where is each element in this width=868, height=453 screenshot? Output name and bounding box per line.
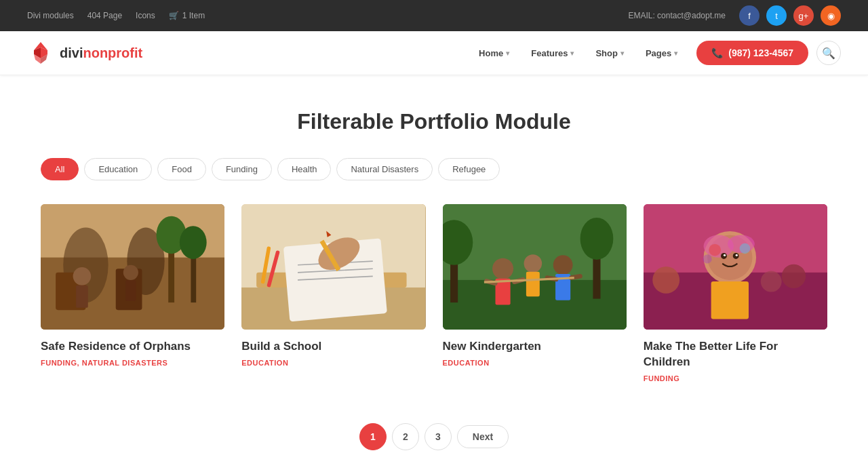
svg-point-55 <box>735 254 737 256</box>
children-image <box>644 204 827 330</box>
svg-point-31 <box>580 218 613 260</box>
nav-shop[interactable]: Shop ▾ <box>586 43 633 64</box>
svg-point-57 <box>709 244 721 256</box>
orphans-image <box>41 204 224 330</box>
cart-icon: 🛒 <box>169 11 179 20</box>
chevron-down-icon: ▾ <box>674 50 677 57</box>
logo-svg-icon <box>27 39 54 66</box>
school-image <box>241 204 425 330</box>
pagination: 1 2 3 Next <box>41 410 827 453</box>
navbar: divinonprofit Home ▾ Features ▾ Shop ▾ P… <box>0 31 868 75</box>
svg-point-6 <box>73 267 92 285</box>
chevron-down-icon: ▾ <box>570 50 574 57</box>
logo[interactable]: divinonprofit <box>27 39 142 66</box>
chevron-down-icon: ▾ <box>620 50 624 57</box>
svg-point-58 <box>739 243 750 254</box>
nav-features[interactable]: Features ▾ <box>521 43 583 64</box>
next-button[interactable]: Next <box>457 425 509 448</box>
portfolio-grid: Safe Residence of Orphans FUNDING, NATUR… <box>41 204 827 382</box>
portfolio-card-title-1: Safe Residence of Orphans <box>41 339 224 355</box>
portfolio-card-cats-2: EDUCATION <box>241 359 425 367</box>
nav-home[interactable]: Home ▾ <box>469 43 519 64</box>
svg-point-59 <box>703 254 711 263</box>
svg-point-32 <box>492 258 513 279</box>
page-button-2[interactable]: 2 <box>392 423 419 450</box>
svg-point-46 <box>781 264 805 288</box>
topbar-link-icons[interactable]: Icons <box>136 11 155 20</box>
svg-rect-9 <box>125 280 136 301</box>
topbar-links: Divi modules 404 Page Icons 🛒 1 Item <box>27 11 205 20</box>
portfolio-card-3[interactable]: New Kindergarten EDUCATION <box>443 204 627 382</box>
phone-icon: 📞 <box>711 47 723 58</box>
portfolio-card-image-1 <box>41 204 224 330</box>
svg-rect-41 <box>526 272 539 297</box>
filter-tabs: All Education Food Funding Health Natura… <box>41 158 827 180</box>
googleplus-icon[interactable]: g+ <box>793 5 814 26</box>
filter-tab-funding[interactable]: Funding <box>212 158 272 180</box>
portfolio-card-image-3 <box>443 204 627 330</box>
svg-point-45 <box>652 267 679 294</box>
portfolio-card-cats-3: EDUCATION <box>443 359 627 367</box>
cart-count: 1 Item <box>182 11 205 20</box>
chevron-down-icon: ▾ <box>506 50 509 57</box>
filter-tab-natural-disasters[interactable]: Natural Disasters <box>336 158 433 180</box>
nav-pages[interactable]: Pages ▾ <box>636 43 687 64</box>
topbar: Divi modules 404 Page Icons 🛒 1 Item EMA… <box>0 0 868 31</box>
phone-button[interactable]: 📞 (987) 123-4567 <box>696 41 808 65</box>
svg-point-40 <box>524 254 542 273</box>
filter-tab-food[interactable]: Food <box>157 158 206 180</box>
filter-tab-all[interactable]: All <box>41 158 79 180</box>
twitter-icon[interactable]: t <box>766 5 787 26</box>
svg-point-54 <box>724 254 726 256</box>
portfolio-card-cats-1: FUNDING, NATURAL DISASTERS <box>41 359 224 367</box>
portfolio-card-1[interactable]: Safe Residence of Orphans FUNDING, NATUR… <box>41 204 224 382</box>
portfolio-card-title-3: New Kindergarten <box>443 339 627 355</box>
search-icon: 🔍 <box>822 47 835 60</box>
svg-point-36 <box>553 255 572 275</box>
page-button-1[interactable]: 1 <box>359 423 387 450</box>
svg-point-8 <box>123 265 138 280</box>
svg-point-13 <box>180 226 207 259</box>
facebook-icon[interactable]: f <box>739 5 760 26</box>
topbar-email: EMAIL: contact@adopt.me <box>628 11 726 20</box>
main-content: Filterable Portfolio Module All Educatio… <box>0 75 868 453</box>
portfolio-card-title-2: Build a School <box>241 339 425 355</box>
portfolio-card-2[interactable]: Build a School EDUCATION <box>241 204 425 382</box>
topbar-email-link[interactable]: contact@adopt.me <box>657 11 726 20</box>
topbar-right: EMAIL: contact@adopt.me f t g+ ◉ <box>628 5 841 26</box>
portfolio-card-title-4: Make The Better Life For Children <box>644 339 827 370</box>
search-button[interactable]: 🔍 <box>816 41 841 65</box>
svg-rect-7 <box>76 285 88 308</box>
kindergarten-image <box>443 204 627 330</box>
page-title: Filterable Portfolio Module <box>41 109 827 134</box>
filter-tab-refugee[interactable]: Refugee <box>438 158 500 180</box>
logo-text: divinonprofit <box>60 45 142 61</box>
nav-links: Home ▾ Features ▾ Shop ▾ Pages ▾ 📞 (987)… <box>469 41 841 65</box>
topbar-link-404[interactable]: 404 Page <box>87 11 122 20</box>
portfolio-card-cats-4: FUNDING <box>644 374 827 382</box>
topbar-link-divi-modules[interactable]: Divi modules <box>27 11 74 20</box>
portfolio-card-4[interactable]: Make The Better Life For Children FUNDIN… <box>644 204 827 382</box>
filter-tab-education[interactable]: Education <box>84 158 152 180</box>
portfolio-card-image-2 <box>241 204 425 330</box>
svg-point-47 <box>760 271 781 292</box>
page-button-3[interactable]: 3 <box>425 423 452 450</box>
svg-rect-56 <box>711 281 748 319</box>
portfolio-card-image-4 <box>644 204 827 330</box>
filter-tab-health[interactable]: Health <box>277 158 332 180</box>
cart-item[interactable]: 🛒 1 Item <box>169 11 205 20</box>
rss-icon[interactable]: ◉ <box>821 5 841 26</box>
